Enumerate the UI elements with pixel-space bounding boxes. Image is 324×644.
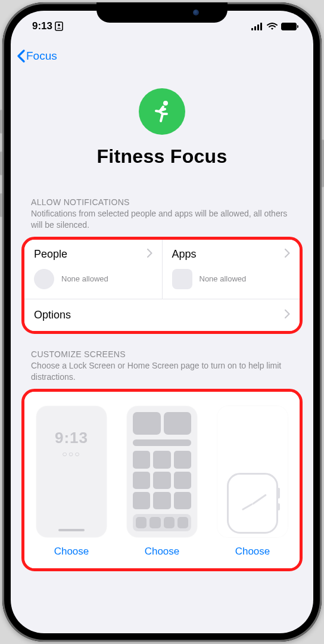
notifications-highlight: People None allowed bbox=[21, 237, 303, 334]
svg-rect-2 bbox=[251, 28, 253, 30]
screens-row: 9:13 ○○○ Choose bbox=[24, 392, 300, 568]
svg-rect-3 bbox=[254, 26, 256, 30]
chevron-left-icon bbox=[17, 49, 25, 63]
chevron-right-icon bbox=[285, 309, 290, 321]
chevron-right-icon bbox=[285, 248, 290, 261]
lock-preview-time: 9:13 bbox=[36, 429, 107, 447]
options-label: Options bbox=[34, 309, 71, 321]
watch-body-icon bbox=[227, 473, 278, 534]
status-right bbox=[251, 23, 297, 30]
home-screen-option: Choose bbox=[120, 406, 204, 558]
svg-rect-5 bbox=[260, 23, 262, 30]
id-card-icon bbox=[55, 21, 63, 31]
people-cell[interactable]: People None allowed bbox=[24, 240, 162, 299]
status-left: 9:13 bbox=[32, 20, 63, 32]
wifi-icon bbox=[267, 23, 278, 30]
choose-lock-button[interactable]: Choose bbox=[54, 546, 89, 558]
home-screen-preview[interactable] bbox=[127, 406, 197, 537]
svg-point-1 bbox=[58, 24, 60, 26]
battery-icon bbox=[281, 23, 297, 30]
people-label: People bbox=[34, 248, 67, 261]
front-camera bbox=[193, 10, 199, 16]
phone-frame: 9:13 Focus Fitness Focus bbox=[2, 2, 322, 642]
lock-screen-option: 9:13 ○○○ Choose bbox=[29, 406, 114, 558]
apps-status: None allowed bbox=[200, 274, 247, 283]
watch-option: Choose bbox=[210, 406, 295, 558]
notch bbox=[96, 2, 228, 23]
customize-card: 9:13 ○○○ Choose bbox=[24, 392, 300, 568]
lock-preview-dots: ○○○ bbox=[36, 449, 107, 459]
options-row[interactable]: Options bbox=[24, 299, 300, 331]
customize-subtitle: Choose a Lock Screen or Home Screen page… bbox=[21, 360, 303, 389]
status-time: 9:13 bbox=[32, 20, 52, 32]
notifications-subtitle: Notifications from selected people and a… bbox=[21, 208, 303, 237]
screen: 9:13 Focus Fitness Focus bbox=[11, 11, 313, 633]
cellular-icon bbox=[251, 23, 263, 30]
notifications-section: ALLOW NOTIFICATIONS Notifications from s… bbox=[11, 197, 313, 334]
customize-highlight: 9:13 ○○○ Choose bbox=[21, 389, 303, 571]
avatar-placeholder-icon bbox=[34, 269, 54, 289]
apps-cell[interactable]: Apps None allowed bbox=[162, 240, 300, 299]
choose-home-button[interactable]: Choose bbox=[145, 546, 180, 558]
app-placeholder-icon bbox=[172, 269, 192, 289]
customize-section: CUSTOMIZE SCREENS Choose a Lock Screen o… bbox=[11, 349, 313, 571]
notifications-grid: People None allowed bbox=[24, 240, 300, 299]
notifications-card: People None allowed bbox=[24, 240, 300, 331]
svg-point-6 bbox=[163, 101, 168, 106]
back-label: Focus bbox=[26, 49, 57, 63]
choose-watch-button[interactable]: Choose bbox=[235, 546, 270, 558]
svg-rect-4 bbox=[257, 24, 259, 30]
running-person-icon bbox=[149, 98, 175, 125]
chevron-right-icon bbox=[147, 248, 152, 261]
apps-label: Apps bbox=[172, 248, 197, 261]
back-button[interactable]: Focus bbox=[17, 49, 57, 63]
watch-preview[interactable] bbox=[217, 406, 288, 537]
page-title: Fitness Focus bbox=[11, 145, 313, 168]
focus-header: Fitness Focus bbox=[11, 70, 313, 197]
notifications-header: ALLOW NOTIFICATIONS bbox=[21, 197, 303, 208]
lock-screen-preview[interactable]: 9:13 ○○○ bbox=[36, 406, 107, 537]
people-status: None allowed bbox=[61, 274, 108, 283]
fitness-icon bbox=[139, 88, 185, 135]
nav-bar: Focus bbox=[11, 42, 313, 70]
home-indicator-icon bbox=[58, 529, 85, 531]
customize-header: CUSTOMIZE SCREENS bbox=[21, 349, 303, 360]
